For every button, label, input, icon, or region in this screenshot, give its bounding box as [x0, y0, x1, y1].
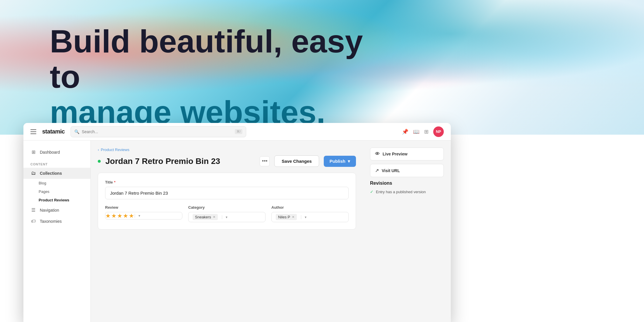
- cms-body: ⊞ Dashboard CONTENT 🗂 Collections Blog P…: [23, 141, 451, 322]
- dashboard-icon: ⊞: [30, 149, 36, 155]
- revisions-section: Revisions ✓ Entry has a published versio…: [370, 181, 444, 194]
- sidebar-item-taxonomies[interactable]: 🏷 Taxonomies: [23, 216, 90, 227]
- live-preview-button[interactable]: 👁 Live Preview: [370, 148, 444, 160]
- main-content: ‹ Product Reviews Jordan 7 Retro Premio …: [91, 141, 363, 322]
- revision-item: ✓ Entry has a published version: [370, 189, 444, 194]
- review-select[interactable]: ★★★★★ ▾: [105, 212, 182, 220]
- author-select[interactable]: Niles P ✕ ▾: [271, 212, 349, 222]
- collections-icon: 🗂: [30, 171, 36, 176]
- revision-status: Entry has a published version: [376, 190, 426, 194]
- breadcrumb[interactable]: ‹ Product Reviews: [98, 148, 356, 152]
- required-marker: *: [114, 180, 116, 184]
- menu-icon[interactable]: [30, 129, 36, 134]
- search-icon: 🔍: [74, 129, 79, 134]
- dashboard-label: Dashboard: [40, 150, 60, 155]
- category-chevron-icon[interactable]: ▾: [222, 215, 231, 219]
- review-label: Review: [105, 205, 182, 210]
- author-remove-icon[interactable]: ✕: [292, 215, 294, 219]
- publish-arrow-icon: ▾: [348, 159, 350, 164]
- taxonomies-label: Taxonomies: [40, 219, 62, 224]
- review-stars: ★★★★★: [105, 212, 135, 219]
- taxonomies-icon: 🏷: [30, 219, 36, 224]
- category-remove-icon[interactable]: ✕: [213, 215, 215, 219]
- title-input[interactable]: [105, 187, 349, 199]
- pin-icon[interactable]: 📌: [402, 129, 408, 135]
- sidebar-sub-product-reviews[interactable]: Product Reviews: [23, 196, 90, 204]
- sidebar-item-collections[interactable]: 🗂 Collections: [23, 168, 90, 179]
- sidebar-sub-pages[interactable]: Pages: [23, 187, 90, 196]
- topbar: statamic 🔍 ⌘/ 📌 📖 ⊞ NP: [23, 123, 451, 141]
- page-title: Jordan 7 Retro Premio Bin 23: [105, 157, 255, 166]
- hero-text: Build beautiful, easy to manage websites…: [50, 23, 401, 130]
- author-chevron-icon[interactable]: ▾: [301, 215, 310, 219]
- search-kbd: ⌘/: [235, 129, 242, 134]
- search-bar[interactable]: 🔍 ⌘/: [71, 126, 246, 137]
- grid-icon[interactable]: ⊞: [424, 129, 429, 135]
- save-changes-button[interactable]: Save Changes: [274, 155, 319, 167]
- navigation-label: Navigation: [40, 208, 59, 213]
- author-field: Author Niles P ✕ ▾: [271, 205, 349, 222]
- more-options-button[interactable]: •••: [260, 156, 270, 166]
- category-label: Category: [188, 205, 266, 210]
- hero-line1: Build beautiful, easy to: [50, 23, 401, 94]
- review-field: Review ★★★★★ ▾: [105, 205, 182, 222]
- docs-icon[interactable]: 📖: [413, 129, 419, 135]
- category-select[interactable]: Sneakers ✕ ▾: [188, 212, 266, 222]
- form-card: Title * Review ★★★★★ ▾ Catego: [98, 173, 356, 229]
- sidebar: ⊞ Dashboard CONTENT 🗂 Collections Blog P…: [23, 141, 91, 322]
- live-preview-icon: 👁: [375, 151, 380, 157]
- sidebar-item-dashboard[interactable]: ⊞ Dashboard: [23, 146, 90, 158]
- revisions-title: Revisions: [370, 181, 444, 186]
- cms-panel: statamic 🔍 ⌘/ 📌 📖 ⊞ NP ⊞ Dashboard CONTE…: [23, 123, 451, 322]
- visit-url-icon: ↗: [375, 168, 379, 173]
- breadcrumb-arrow: ‹: [98, 148, 99, 152]
- category-field: Category Sneakers ✕ ▾: [188, 205, 266, 222]
- hero-section: Build beautiful, easy to manage websites…: [0, 0, 644, 135]
- collections-label: Collections: [40, 171, 62, 176]
- topbar-actions: 📌 📖 ⊞ NP: [402, 126, 444, 137]
- breadcrumb-label: Product Reviews: [101, 148, 129, 152]
- publish-label: Publish: [330, 159, 345, 164]
- page-title-row: Jordan 7 Retro Premio Bin 23 ••• Save Ch…: [98, 155, 356, 167]
- avatar[interactable]: NP: [433, 126, 444, 137]
- navigation-icon: ☰: [30, 207, 36, 213]
- right-panel: 👁 Live Preview ↗ Visit URL Revisions ✓ E…: [363, 141, 451, 322]
- sidebar-sub-blog[interactable]: Blog: [23, 179, 90, 187]
- revision-check-icon: ✓: [370, 189, 374, 194]
- logo: statamic: [42, 128, 65, 135]
- content-section-label: CONTENT: [23, 158, 90, 168]
- review-chevron-icon[interactable]: ▾: [135, 214, 144, 218]
- category-tag: Sneakers ✕: [193, 214, 218, 220]
- status-dot: [98, 160, 101, 163]
- author-tag: Niles P ✕: [276, 214, 297, 220]
- field-row: Review ★★★★★ ▾ Category Sneakers ✕: [105, 205, 349, 222]
- sidebar-item-navigation[interactable]: ☰ Navigation: [23, 204, 90, 216]
- visit-url-button[interactable]: ↗ Visit URL: [370, 164, 444, 177]
- author-label: Author: [271, 205, 349, 210]
- title-field-label: Title *: [105, 180, 349, 184]
- search-input[interactable]: [82, 129, 232, 134]
- publish-button[interactable]: Publish ▾: [324, 156, 356, 167]
